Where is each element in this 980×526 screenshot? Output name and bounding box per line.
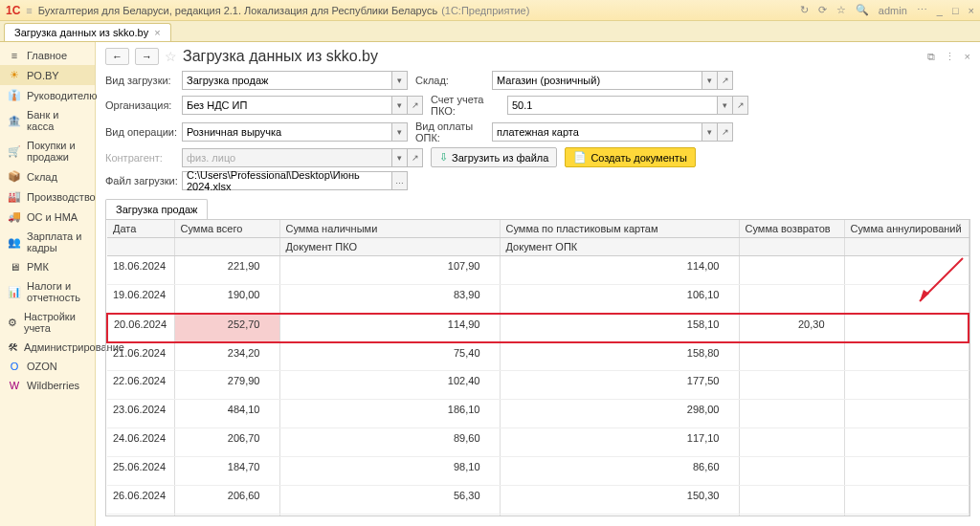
- col-card[interactable]: Сумма по пластиковым картам: [500, 220, 739, 238]
- star-icon[interactable]: ☆: [165, 49, 177, 64]
- label-org: Организация:: [105, 99, 182, 111]
- sidebar-label: Главное: [27, 50, 67, 61]
- close-page-icon[interactable]: ×: [965, 51, 970, 63]
- sidebar-label: OZON: [27, 361, 57, 372]
- col-returns[interactable]: Сумма возвратов: [739, 220, 844, 238]
- table-row[interactable]: 27.06.2024211,6095,60116,00: [107, 515, 969, 517]
- options-icon[interactable]: ⋯: [917, 4, 927, 16]
- input-org[interactable]: Без НДС ИП: [182, 96, 392, 115]
- document-tabs: Загрузка данных из skko.by ×: [0, 21, 980, 42]
- sidebar-item-4[interactable]: 🛒Покупки и продажи: [0, 136, 95, 166]
- menu-icon[interactable]: ≡: [26, 5, 32, 16]
- favorite-icon[interactable]: ☆: [836, 4, 846, 16]
- close-icon[interactable]: ×: [969, 5, 974, 16]
- cell: [844, 515, 969, 517]
- table-row[interactable]: 20.06.2024252,70114,90158,1020,30: [107, 314, 969, 342]
- table-row[interactable]: 24.06.2024206,7089,60117,10: [107, 428, 969, 457]
- open-icon[interactable]: ↗: [718, 71, 733, 90]
- app-logo: 1С: [6, 4, 20, 17]
- sidebar-item-14[interactable]: WWildberries: [0, 376, 95, 395]
- title-bar: 1С ≡ Бухгалтерия для Беларуси, редакция …: [0, 0, 980, 21]
- tab-label: Загрузка данных из skko.by: [14, 27, 148, 38]
- input-opk[interactable]: платежная карта: [492, 122, 702, 142]
- table-row[interactable]: 26.06.2024206,6056,30150,30: [107, 486, 969, 515]
- label-opk: Вид оплаты ОПК:: [415, 121, 492, 143]
- minimize-icon[interactable]: _: [937, 5, 943, 16]
- sidebar-item-12[interactable]: 🛠Администрирование: [0, 338, 95, 357]
- sidebar-icon: ☀: [8, 69, 21, 81]
- input-file[interactable]: C:\Users\Professional\Desktop\Июнь 2024.…: [182, 171, 392, 190]
- create-documents-button[interactable]: 📄Создать документы: [565, 147, 695, 167]
- dropdown-icon[interactable]: ▾: [718, 96, 733, 115]
- cell: 234,20: [174, 342, 279, 371]
- nav-forward-button[interactable]: →: [135, 48, 159, 65]
- cell: [739, 515, 844, 517]
- col-doc-opk[interactable]: Документ ОПК: [500, 238, 739, 256]
- load-from-file-button[interactable]: ⇩Загрузить из файла: [431, 147, 557, 167]
- input-vid-op[interactable]: Розничная выручка: [182, 122, 392, 142]
- open-icon[interactable]: ↗: [718, 122, 733, 142]
- sidebar-item-0[interactable]: ≡Главное: [0, 46, 95, 65]
- dropdown-icon[interactable]: ▾: [702, 122, 718, 142]
- data-grid[interactable]: Дата Сумма всего Сумма наличными Сумма п…: [105, 219, 970, 516]
- browse-icon[interactable]: …: [392, 171, 408, 190]
- cell: 98,10: [279, 457, 500, 486]
- sidebar-item-6[interactable]: 🏭Производство: [0, 186, 95, 207]
- tab-zagruzka-prodazh[interactable]: Загрузка продаж: [105, 199, 208, 220]
- col-doc-pko[interactable]: Документ ПКО: [279, 238, 500, 256]
- input-sklad[interactable]: Магазин (розничный): [492, 71, 702, 90]
- sidebar-item-5[interactable]: 📦Склад: [0, 166, 95, 186]
- nav-back-button[interactable]: ←: [105, 48, 129, 65]
- table-row[interactable]: 22.06.2024279,90102,40177,50: [107, 371, 969, 400]
- search-icon[interactable]: 🔍: [856, 4, 869, 16]
- open-icon[interactable]: ↗: [733, 96, 748, 115]
- table-row[interactable]: 19.06.2024190,0083,90106,10: [107, 285, 969, 314]
- label-sklad: Склад:: [415, 75, 492, 86]
- tab-close-icon[interactable]: ×: [154, 27, 160, 38]
- sidebar-item-7[interactable]: 🚚ОС и НМА: [0, 207, 95, 227]
- sidebar-item-8[interactable]: 👥Зарплата и кадры: [0, 227, 95, 257]
- maximize-icon[interactable]: □: [952, 5, 959, 16]
- sidebar-item-10[interactable]: 📊Налоги и отчетность: [0, 276, 95, 307]
- col-cancel[interactable]: Сумма аннулирований: [844, 220, 969, 238]
- input-kontr: физ. лицо: [182, 148, 392, 167]
- sidebar-item-1[interactable]: ☀PO.BY: [0, 65, 95, 85]
- table-row[interactable]: 21.06.2024234,2075,40158,80: [107, 342, 969, 371]
- sidebar-icon: ≡: [8, 50, 21, 61]
- dropdown-icon[interactable]: ▾: [392, 96, 408, 115]
- cell: 158,80: [500, 342, 739, 371]
- input-vid-zagr[interactable]: Загрузка продаж: [182, 71, 392, 90]
- dropdown-icon[interactable]: ▾: [392, 122, 408, 142]
- col-date[interactable]: Дата: [107, 220, 174, 238]
- more-icon[interactable]: ⋮: [945, 51, 955, 63]
- refresh-icon[interactable]: ↻: [800, 4, 809, 16]
- sidebar-item-9[interactable]: 🖥РМК: [0, 257, 95, 276]
- sidebar-item-11[interactable]: ⚙Настройки учета: [0, 307, 95, 338]
- cell: 150,30: [500, 486, 739, 515]
- input-pko[interactable]: 50.1: [507, 96, 718, 115]
- cell: 20,30: [739, 314, 844, 342]
- label-pko: Счет учета ПКО:: [431, 94, 507, 117]
- cell: 190,00: [174, 285, 279, 314]
- cell: 56,30: [279, 486, 500, 515]
- cell: [844, 400, 969, 428]
- dropdown-icon[interactable]: ▾: [702, 71, 718, 90]
- open-icon[interactable]: ↗: [408, 96, 423, 115]
- sidebar-label: Wildberries: [27, 380, 79, 391]
- history-icon[interactable]: ⟳: [818, 4, 827, 16]
- tab-skko[interactable]: Загрузка данных из skko.by ×: [4, 23, 171, 41]
- col-cash[interactable]: Сумма наличными: [279, 220, 500, 238]
- sidebar-item-3[interactable]: 🏦Банк и касса: [0, 105, 95, 136]
- sidebar-item-2[interactable]: 👔Руководителю: [0, 85, 95, 105]
- detach-icon[interactable]: ⧉: [927, 51, 935, 63]
- sidebar-item-13[interactable]: OOZON: [0, 357, 95, 376]
- table-row[interactable]: 23.06.2024484,10186,10298,00: [107, 400, 969, 428]
- dropdown-icon[interactable]: ▾: [392, 71, 408, 90]
- table-row[interactable]: 18.06.2024221,90107,90114,00: [107, 256, 969, 285]
- cell: 177,50: [500, 371, 739, 400]
- sidebar-label: ОС и НМА: [27, 211, 78, 223]
- download-icon: ⇩: [439, 151, 448, 164]
- app-subtitle: (1С:Предприятие): [441, 5, 529, 16]
- col-total[interactable]: Сумма всего: [174, 220, 279, 238]
- table-row[interactable]: 25.06.2024184,7098,1086,60: [107, 457, 969, 486]
